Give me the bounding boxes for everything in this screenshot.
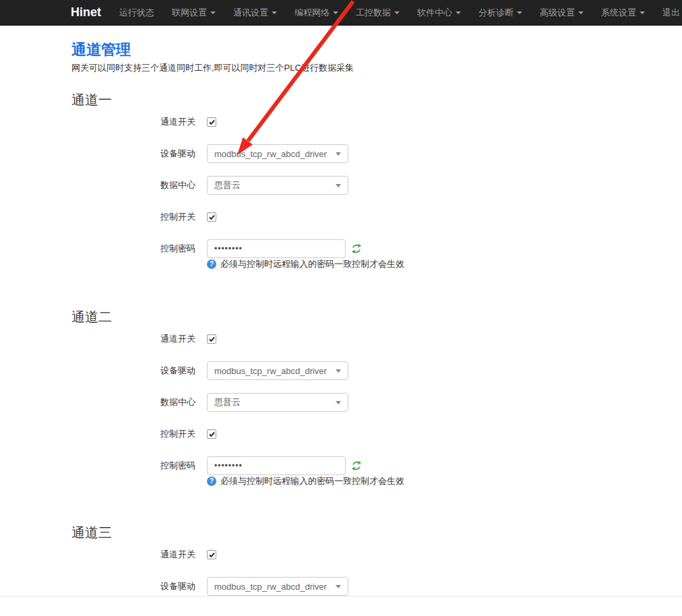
device-driver-select[interactable]: modbus_tcp_rw_abcd_driver bbox=[207, 361, 348, 380]
checkmark-icon bbox=[208, 214, 216, 221]
nav-item-comm-settings[interactable]: 通讯设置 bbox=[224, 7, 286, 19]
help-icon: ? bbox=[207, 259, 216, 269]
caret-down-icon bbox=[394, 11, 400, 14]
control-switch-checkbox[interactable] bbox=[207, 212, 216, 222]
select-value: modbus_tcp_rw_abcd_driver bbox=[214, 149, 327, 159]
field-label: 通道开关 bbox=[71, 549, 195, 561]
field-label: 控制密码 bbox=[71, 243, 195, 255]
channel-switch-checkbox[interactable] bbox=[207, 334, 216, 344]
channel-switch-checkbox[interactable] bbox=[207, 550, 216, 559]
nav-item-network-settings[interactable]: 联网设置 bbox=[163, 7, 224, 19]
channel-section-2: 通道二 通道开关 设备驱动 modbus_tcp_rw_abcd_driver … bbox=[71, 309, 682, 487]
field-label: 控制开关 bbox=[71, 428, 195, 440]
channel-section-3: 通道三 通道开关 设备驱动 modbus_tcp_rw_abcd_driver bbox=[71, 524, 682, 596]
nav-item-industrial-data[interactable]: 工控数据 bbox=[347, 7, 408, 19]
control-password-row: 控制密码 bbox=[71, 456, 682, 475]
nav-item-label: 运行状态 bbox=[119, 7, 154, 19]
field-label: 通道开关 bbox=[71, 333, 195, 345]
bottom-divider bbox=[0, 596, 682, 596]
section-heading: 通道一 bbox=[71, 92, 682, 108]
caret-down-icon bbox=[333, 11, 338, 14]
control-password-row: 控制密码 bbox=[71, 239, 682, 258]
field-label: 控制密码 bbox=[71, 460, 195, 472]
channel-switch-checkbox[interactable] bbox=[207, 117, 216, 127]
caret-down-icon bbox=[578, 11, 584, 14]
channel-switch-row: 通道开关 bbox=[71, 330, 682, 348]
chevron-down-icon bbox=[336, 184, 341, 187]
select-value: 思普云 bbox=[214, 396, 241, 408]
select-value: modbus_tcp_rw_abcd_driver bbox=[214, 582, 327, 592]
data-center-row: 数据中心 思普云 bbox=[71, 176, 682, 195]
checkmark-icon bbox=[208, 551, 216, 559]
control-password-input[interactable] bbox=[207, 456, 346, 475]
nav-item-logout[interactable]: 退出 bbox=[654, 7, 682, 19]
field-label: 通道开关 bbox=[71, 116, 195, 128]
nav-item-label: 分析诊断 bbox=[478, 7, 514, 19]
section-heading: 通道三 bbox=[71, 524, 682, 541]
checkmark-icon bbox=[208, 336, 216, 343]
device-driver-select[interactable]: modbus_tcp_rw_abcd_driver bbox=[207, 577, 348, 596]
field-label: 设备驱动 bbox=[71, 148, 195, 160]
chevron-down-icon bbox=[336, 585, 341, 588]
control-password-input[interactable] bbox=[207, 239, 346, 258]
nav-item-software-center[interactable]: 软件中心 bbox=[408, 7, 470, 19]
top-navbar: Hinet 运行状态 联网设置 通讯设置 编程网络 工控数据 软件中心 分析诊断… bbox=[0, 0, 682, 26]
page-subtitle: 网关可以同时支持三个通道同时工作,即可以同时对三个PLC进行数据采集 bbox=[71, 62, 682, 73]
nav-item-system-settings[interactable]: 系统设置 bbox=[592, 7, 654, 19]
caret-down-icon bbox=[517, 11, 522, 14]
device-driver-row: 设备驱动 modbus_tcp_rw_abcd_driver bbox=[71, 577, 682, 596]
field-label: 数据中心 bbox=[71, 179, 195, 191]
chevron-down-icon bbox=[336, 369, 341, 373]
brand-logo[interactable]: Hinet bbox=[71, 5, 101, 20]
caret-down-icon bbox=[640, 11, 645, 14]
nav-item-label: 软件中心 bbox=[417, 7, 452, 19]
page-title: 通道管理 bbox=[71, 42, 682, 58]
refresh-password-icon[interactable] bbox=[351, 243, 362, 254]
nav-item-programming-network[interactable]: 编程网络 bbox=[286, 7, 347, 19]
field-label: 数据中心 bbox=[71, 396, 195, 408]
help-icon: ? bbox=[207, 476, 216, 486]
control-switch-checkbox[interactable] bbox=[207, 429, 216, 439]
nav-item-label: 退出 bbox=[662, 7, 680, 19]
channel-switch-row: 通道开关 bbox=[71, 545, 682, 564]
password-help: ? 必须与控制时远程输入的密码一致控制才会生效 bbox=[207, 258, 682, 270]
password-help-text: 必须与控制时远程输入的密码一致控制才会生效 bbox=[220, 475, 404, 487]
field-label: 控制开关 bbox=[71, 211, 195, 223]
device-driver-row: 设备驱动 modbus_tcp_rw_abcd_driver bbox=[71, 144, 682, 163]
device-driver-select[interactable]: modbus_tcp_rw_abcd_driver bbox=[207, 144, 348, 163]
nav-item-label: 编程网络 bbox=[294, 7, 330, 19]
select-value: 思普云 bbox=[214, 179, 241, 191]
nav-item-run-status[interactable]: 运行状态 bbox=[111, 7, 163, 19]
chevron-down-icon bbox=[336, 152, 341, 156]
caret-down-icon bbox=[210, 11, 216, 14]
select-value: modbus_tcp_rw_abcd_driver bbox=[214, 366, 327, 376]
data-center-row: 数据中心 思普云 bbox=[71, 393, 682, 412]
channel-switch-row: 通道开关 bbox=[71, 113, 682, 131]
password-help-text: 必须与控制时远程输入的密码一致控制才会生效 bbox=[220, 258, 404, 270]
refresh-password-icon[interactable] bbox=[351, 460, 362, 471]
nav-item-label: 通讯设置 bbox=[233, 7, 268, 19]
section-heading: 通道二 bbox=[71, 309, 682, 325]
main-content: 通道管理 网关可以同时支持三个通道同时工作,即可以同时对三个PLC进行数据采集 … bbox=[0, 42, 682, 596]
nav-item-label: 高级设置 bbox=[540, 7, 575, 19]
channel-section-1: 通道一 通道开关 设备驱动 modbus_tcp_rw_abcd_driver … bbox=[71, 92, 682, 270]
password-help: ? 必须与控制时远程输入的密码一致控制才会生效 bbox=[207, 475, 682, 487]
device-driver-row: 设备驱动 modbus_tcp_rw_abcd_driver bbox=[71, 361, 682, 380]
data-center-select[interactable]: 思普云 bbox=[207, 393, 348, 412]
caret-down-icon bbox=[272, 11, 277, 14]
checkmark-icon bbox=[208, 119, 216, 126]
data-center-select[interactable]: 思普云 bbox=[207, 176, 348, 195]
nav-item-label: 联网设置 bbox=[172, 7, 207, 19]
nav-item-label: 系统设置 bbox=[601, 7, 636, 19]
control-switch-row: 控制开关 bbox=[71, 208, 682, 226]
caret-down-icon bbox=[456, 11, 461, 14]
chevron-down-icon bbox=[336, 401, 341, 404]
nav-item-label: 工控数据 bbox=[356, 7, 391, 19]
field-label: 设备驱动 bbox=[71, 580, 195, 592]
control-switch-row: 控制开关 bbox=[71, 425, 682, 443]
nav-item-analysis-diagnosis[interactable]: 分析诊断 bbox=[470, 7, 531, 19]
nav-item-advanced-settings[interactable]: 高级设置 bbox=[531, 7, 592, 19]
field-label: 设备驱动 bbox=[71, 365, 195, 377]
checkmark-icon bbox=[208, 431, 216, 438]
